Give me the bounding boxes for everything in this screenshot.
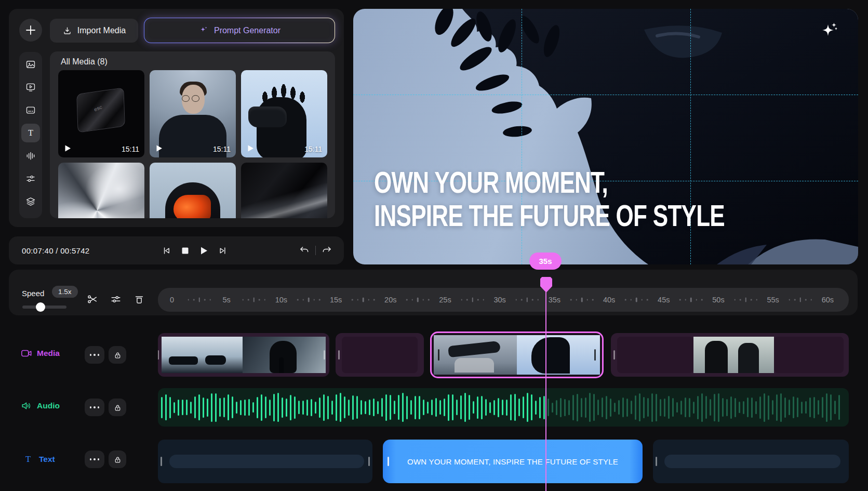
clip-trim-handle[interactable] [388, 457, 389, 466]
waveform-bar [531, 394, 532, 420]
sidebar-item-image[interactable] [21, 55, 40, 74]
divider [315, 246, 316, 255]
waveform-bar [772, 400, 773, 415]
skip-start-button[interactable] [158, 243, 174, 258]
waveform-bar [801, 402, 803, 414]
title-line-1: OWN YOUR MOMENT, [374, 166, 725, 199]
waveform-bar [315, 402, 316, 414]
audio-clip-waveform[interactable] [158, 388, 849, 427]
clip-trim-handle[interactable] [161, 457, 162, 466]
clip-trim-handle[interactable] [594, 349, 596, 361]
waveform-bar [581, 398, 582, 417]
ruler-ticks [297, 298, 321, 302]
sliders-icon [110, 294, 122, 305]
sidebar-item-text[interactable]: T [21, 124, 40, 142]
timeline-toolbar: Speed 1.5x 05s10s15s20s25s30s35s40s45s50… [9, 270, 858, 315]
clip-trim-handle[interactable] [613, 350, 615, 360]
media-clip-4[interactable] [611, 333, 849, 377]
waveform-bar [469, 395, 470, 420]
media-thumb-esc-keycap[interactable]: esc 15:11 [58, 70, 144, 157]
media-thumb-portrait[interactable]: 15:11 [150, 70, 236, 157]
sidebar-item-adjust[interactable] [21, 169, 40, 188]
waveform-bar [340, 393, 341, 422]
audio-track-lock-button[interactable] [109, 399, 126, 416]
adjust-clip-button[interactable] [107, 290, 125, 308]
waveform-bar [543, 396, 545, 419]
split-button[interactable] [84, 290, 101, 308]
waveform-bar [714, 394, 715, 421]
sidebar-item-captions[interactable] [21, 101, 40, 120]
waveform-bar [751, 397, 753, 418]
stop-button[interactable] [177, 243, 193, 258]
media-track-options-button[interactable] [85, 346, 104, 364]
waveform-bar [585, 397, 586, 418]
waveform-bar [635, 395, 636, 420]
text-track-label: Text [39, 455, 55, 464]
play-button[interactable] [196, 243, 211, 258]
waveform-bar [298, 401, 300, 414]
clip-trim-handle[interactable] [656, 457, 657, 466]
prompt-generator-button[interactable]: Prompt Generator [144, 18, 335, 43]
waveform-bar [514, 394, 516, 421]
waveform-bar [460, 395, 462, 419]
clip-trim-handle[interactable] [368, 457, 370, 466]
prompt-generator-label: Prompt Generator [214, 26, 281, 35]
clip-trim-handle[interactable] [438, 349, 439, 361]
waveform-bar [232, 396, 233, 418]
ruler-ticks [679, 298, 703, 302]
waveform-bar [485, 399, 487, 416]
ai-sparkle-icon[interactable] [819, 20, 840, 42]
preview-title-overlay[interactable]: OWN YOUR MOMENT, INSPIRE THE FUTURE OF S… [374, 166, 725, 232]
playhead-time-badge[interactable]: 35s [529, 253, 562, 270]
clip-trim-handle[interactable] [338, 350, 340, 360]
waveform-bar [589, 393, 591, 422]
waveform-bar [759, 396, 761, 419]
text-clip-2-selected[interactable]: OWN YOUR MOMENT, INSPIRE THE FUTURE OF S… [383, 440, 643, 483]
media-thumb-dark-chrome[interactable] [241, 163, 327, 218]
timeline-ruler[interactable]: 05s10s15s20s25s30s35s40s45s50s55s60s [158, 288, 849, 312]
text-track-options-button[interactable] [85, 450, 104, 468]
image-icon [25, 59, 36, 70]
video-editor-app: Import Media Prompt Generator T [0, 0, 868, 491]
delete-button[interactable] [130, 290, 148, 308]
sidebar-item-audio[interactable] [21, 147, 40, 165]
sidebar-item-layers[interactable] [21, 192, 40, 211]
media-thumb-helmet[interactable] [150, 163, 236, 218]
waveform-bar [518, 399, 520, 416]
clip-trim-handle[interactable] [324, 350, 325, 360]
playhead-line[interactable] [545, 291, 546, 491]
ruler-label: 40s [603, 296, 615, 304]
text-track-lock-button[interactable] [109, 450, 126, 468]
media-thumb-chrome-swirl[interactable] [58, 163, 144, 218]
skip-end-button[interactable] [215, 243, 230, 258]
redo-button[interactable] [319, 243, 335, 258]
waveform-bar [643, 397, 645, 418]
media-thumb-vr-headset[interactable]: 15:11 [241, 70, 327, 157]
media-clip-3-selected[interactable] [430, 331, 604, 378]
waveform-bar [252, 402, 254, 413]
speed-slider-knob[interactable] [36, 302, 45, 312]
waveform-bar [219, 398, 221, 417]
sidebar-item-video[interactable] [21, 78, 40, 97]
preview-canvas[interactable]: OWN YOUR MOMENT, INSPIRE THE FUTURE OF S… [353, 9, 858, 264]
import-media-button[interactable]: Import Media [50, 19, 138, 43]
text-tool-icon: T [25, 128, 36, 138]
svg-text:T: T [25, 454, 31, 464]
ruler-ticks [352, 298, 375, 302]
undo-button[interactable] [297, 243, 312, 258]
waveform-bar [647, 398, 649, 417]
media-clip-1[interactable] [158, 333, 329, 377]
waveform-bar [385, 394, 387, 421]
waveform-bar [419, 396, 420, 419]
add-button[interactable] [19, 19, 42, 42]
text-clip-1[interactable] [158, 440, 372, 483]
clip-trim-handle[interactable] [158, 350, 159, 360]
media-track-lock-button[interactable] [109, 346, 126, 364]
waveform-bar [423, 400, 424, 415]
media-clip-2[interactable] [336, 333, 424, 377]
audio-track-options-button[interactable] [85, 399, 104, 416]
audio-track-header: Audio [21, 400, 60, 412]
speed-slider[interactable] [22, 306, 66, 309]
text-clip-3[interactable] [653, 440, 849, 483]
waveform-bar [348, 400, 350, 416]
